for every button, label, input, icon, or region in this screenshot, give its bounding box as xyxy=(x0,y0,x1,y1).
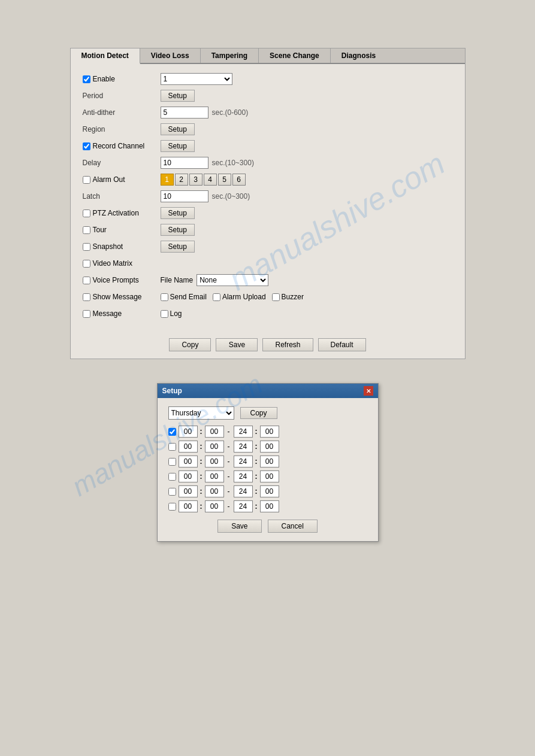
time-row-2-from-h[interactable] xyxy=(179,441,198,453)
alarm-btn-2[interactable]: 2 xyxy=(175,174,188,186)
time-row-6-checkbox[interactable] xyxy=(168,503,176,511)
buzzer-label[interactable]: Buzzer xyxy=(272,293,304,301)
time-row-1-checkbox[interactable] xyxy=(168,428,176,436)
dialog-copy-button[interactable]: Copy xyxy=(240,407,277,419)
time-row-4-checkbox[interactable] xyxy=(168,473,176,481)
tab-diagnosis[interactable]: Diagnosis xyxy=(331,48,465,63)
video-matrix-checkbox-label[interactable]: Video Matrix xyxy=(83,259,161,268)
show-message-checkbox-label[interactable]: Show Message xyxy=(83,293,161,301)
time-row-1-to-h[interactable] xyxy=(234,426,253,438)
alarm-out-checkbox-label[interactable]: Alarm Out xyxy=(83,175,161,184)
send-email-checkbox[interactable] xyxy=(161,293,168,301)
tab-tampering[interactable]: Tampering xyxy=(201,48,259,63)
tab-video-loss[interactable]: Video Loss xyxy=(140,48,201,63)
time-row-2-from-m[interactable] xyxy=(205,441,224,453)
buzzer-checkbox[interactable] xyxy=(272,293,280,301)
refresh-button[interactable]: Refresh xyxy=(262,338,313,351)
time-row-2-to-h[interactable] xyxy=(234,441,253,453)
record-channel-checkbox[interactable] xyxy=(83,142,90,150)
alarm-btn-3[interactable]: 3 xyxy=(189,174,202,186)
time-row-3-to-m[interactable] xyxy=(260,456,279,467)
tour-setup-button[interactable]: Setup xyxy=(161,224,195,236)
time-row-3-from-m[interactable] xyxy=(205,456,224,467)
voice-prompts-checkbox[interactable] xyxy=(83,277,90,284)
enable-select[interactable]: 1 xyxy=(161,73,232,85)
region-label: Region xyxy=(83,125,161,133)
time-row-6-to-h[interactable] xyxy=(234,500,253,512)
message-checkbox-label[interactable]: Message xyxy=(83,309,161,318)
snapshot-setup-button[interactable]: Setup xyxy=(161,241,195,253)
day-select[interactable]: Thursday xyxy=(168,406,234,420)
latch-unit: sec.(0~300) xyxy=(212,192,250,201)
log-label: Log xyxy=(170,309,182,318)
region-setup-button[interactable]: Setup xyxy=(161,123,195,135)
snapshot-checkbox[interactable] xyxy=(83,243,90,251)
tour-checkbox[interactable] xyxy=(83,226,90,234)
message-label: Message xyxy=(93,309,122,318)
dialog-close-button[interactable]: ✕ xyxy=(364,386,373,396)
time-row-2-checkbox[interactable] xyxy=(168,443,176,451)
time-row-1-to-m[interactable] xyxy=(260,426,279,438)
ptz-activation-row: PTZ Activation Setup xyxy=(83,207,453,220)
time-row-2-to-m[interactable] xyxy=(260,441,279,453)
time-sep-1a: : xyxy=(200,427,202,436)
save-button[interactable]: Save xyxy=(216,338,258,351)
alarm-btn-6[interactable]: 6 xyxy=(232,174,246,186)
time-row-6-from-h[interactable] xyxy=(179,500,198,512)
send-email-label[interactable]: Send Email xyxy=(161,293,207,301)
voice-prompts-checkbox-label[interactable]: Voice Prompts xyxy=(83,276,161,284)
time-row-5-from-m[interactable] xyxy=(205,485,224,497)
tour-checkbox-label[interactable]: Tour xyxy=(83,226,161,234)
latch-input[interactable] xyxy=(161,190,208,202)
ptz-activation-label: PTZ Activation xyxy=(93,209,139,217)
dialog-bottom-buttons: Save Cancel xyxy=(168,520,367,533)
tab-scene-change[interactable]: Scene Change xyxy=(259,48,331,63)
time-row-4: : - : xyxy=(168,470,367,482)
time-row-4-to-h[interactable] xyxy=(234,470,253,482)
enable-checkbox[interactable] xyxy=(83,75,90,83)
time-row-1-from-m[interactable] xyxy=(205,426,224,438)
ptz-activation-setup-button[interactable]: Setup xyxy=(161,207,195,219)
period-setup-button[interactable]: Setup xyxy=(161,90,195,102)
time-row-5-to-h[interactable] xyxy=(234,485,253,497)
antidither-input[interactable] xyxy=(161,107,208,119)
video-matrix-checkbox[interactable] xyxy=(83,260,90,268)
alarm-upload-checkbox[interactable] xyxy=(213,293,220,301)
log-checkbox-label[interactable]: Log xyxy=(161,309,182,318)
record-channel-checkbox-label[interactable]: Record Channel xyxy=(83,142,161,150)
delay-input[interactable] xyxy=(161,157,208,169)
time-row-6-from-m[interactable] xyxy=(205,500,224,512)
default-button[interactable]: Default xyxy=(318,338,366,351)
file-name-select[interactable]: None xyxy=(197,274,268,286)
time-row-3-to-h[interactable] xyxy=(234,456,253,467)
ptz-activation-checkbox[interactable] xyxy=(83,210,90,217)
time-row-4-to-m[interactable] xyxy=(260,470,279,482)
message-checkbox[interactable] xyxy=(83,310,90,318)
enable-checkbox-label[interactable]: Enable xyxy=(83,75,161,83)
time-row-1-from-h[interactable] xyxy=(179,426,198,438)
time-row-4-from-h[interactable] xyxy=(179,470,198,482)
time-row-4-from-m[interactable] xyxy=(205,470,224,482)
latch-row: Latch sec.(0~300) xyxy=(83,190,453,203)
copy-button[interactable]: Copy xyxy=(169,338,211,351)
log-checkbox[interactable] xyxy=(161,310,168,318)
alarm-upload-label[interactable]: Alarm Upload xyxy=(213,293,266,301)
tab-motion-detect[interactable]: Motion Detect xyxy=(71,48,140,64)
time-row-3-from-h[interactable] xyxy=(179,456,198,467)
snapshot-checkbox-label[interactable]: Snapshot xyxy=(83,242,161,251)
time-row-3-checkbox[interactable] xyxy=(168,458,176,466)
alarm-btn-4[interactable]: 4 xyxy=(204,174,217,186)
time-row-5-from-h[interactable] xyxy=(179,485,198,497)
time-row-5-to-m[interactable] xyxy=(260,485,279,497)
alarm-btn-1[interactable]: 1 xyxy=(161,174,174,186)
time-row-5-checkbox[interactable] xyxy=(168,488,176,496)
dialog-save-button[interactable]: Save xyxy=(217,520,261,533)
record-channel-setup-button[interactable]: Setup xyxy=(161,140,195,152)
snapshot-row: Snapshot Setup xyxy=(83,240,453,253)
dialog-cancel-button[interactable]: Cancel xyxy=(268,520,318,533)
show-message-checkbox[interactable] xyxy=(83,293,90,301)
alarm-out-checkbox[interactable] xyxy=(83,176,90,184)
time-row-6-to-m[interactable] xyxy=(260,500,279,512)
ptz-activation-checkbox-label[interactable]: PTZ Activation xyxy=(83,209,161,217)
alarm-btn-5[interactable]: 5 xyxy=(218,174,231,186)
